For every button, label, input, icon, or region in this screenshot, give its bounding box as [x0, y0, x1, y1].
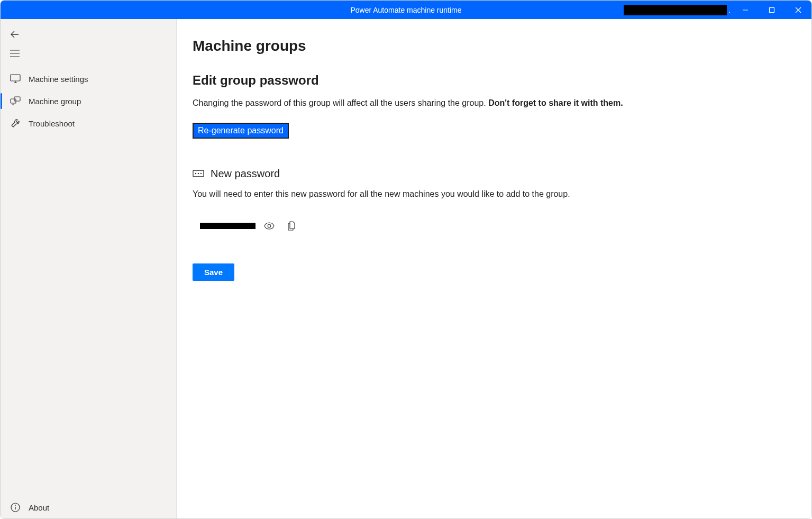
eye-icon: [264, 222, 275, 230]
nav-item-machine-settings[interactable]: Machine settings: [1, 68, 176, 90]
titlebar: Power Automate machine runtime .: [1, 1, 811, 19]
nav-list: Machine settings Machine group Troublesh…: [1, 68, 176, 496]
back-arrow-icon: [10, 30, 20, 39]
new-password-description: You will need to enter this new password…: [193, 189, 796, 199]
section-description: Changing the password of this group will…: [193, 98, 796, 108]
sidebar: Machine settings Machine group Troublesh…: [1, 19, 177, 518]
svg-point-21: [268, 224, 271, 227]
close-icon: [795, 7, 801, 13]
password-value-redacted[interactable]: [200, 223, 256, 229]
svg-point-19: [198, 172, 199, 174]
hamburger-button[interactable]: [1, 44, 176, 62]
main-content: Machine groups Edit group password Chang…: [177, 19, 811, 518]
save-button[interactable]: Save: [193, 263, 234, 281]
new-password-header: New password: [193, 168, 796, 180]
regenerate-password-button[interactable]: Re-generate password: [193, 123, 289, 139]
section-title: Edit group password: [193, 73, 796, 88]
back-button[interactable]: [1, 24, 176, 44]
hamburger-icon: [10, 50, 20, 57]
machine-group-icon: [10, 96, 21, 106]
wrench-icon: [10, 118, 21, 129]
copy-icon: [287, 221, 296, 231]
svg-point-20: [200, 172, 202, 174]
new-password-label: New password: [211, 168, 280, 180]
password-field-row: [200, 217, 796, 234]
svg-rect-1: [770, 7, 774, 12]
nav-label: Machine settings: [29, 75, 88, 84]
minimize-icon: [742, 7, 749, 13]
nav-label: Troubleshoot: [29, 119, 75, 128]
titlebar-user-redacted: [624, 5, 727, 15]
about-label: About: [29, 503, 49, 512]
minimize-button[interactable]: [732, 1, 759, 19]
maximize-button[interactable]: [759, 1, 785, 19]
reveal-password-button[interactable]: [261, 217, 278, 234]
maximize-icon: [769, 7, 775, 13]
nav-label: Machine group: [29, 97, 81, 106]
app-body: Machine settings Machine group Troublesh…: [1, 19, 811, 518]
svg-point-18: [195, 172, 196, 174]
svg-point-15: [15, 505, 16, 506]
nav-item-about[interactable]: About: [1, 496, 176, 518]
desc-bold: Don't forget to share it with them.: [488, 98, 623, 107]
password-dots-icon: [193, 170, 204, 178]
nav-item-troubleshoot[interactable]: Troubleshoot: [1, 112, 176, 134]
page-title: Machine groups: [193, 38, 796, 54]
app-window: Power Automate machine runtime .: [0, 0, 812, 519]
info-icon: [10, 502, 21, 513]
titlebar-dot: .: [728, 6, 731, 14]
monitor-icon: [10, 74, 21, 84]
close-button[interactable]: [785, 1, 811, 19]
titlebar-title: Power Automate machine runtime: [350, 6, 461, 14]
svg-rect-8: [11, 75, 20, 81]
window-controls: [732, 1, 811, 19]
desc-text: Changing the password of this group will…: [193, 98, 488, 107]
copy-password-button[interactable]: [283, 217, 300, 234]
nav-item-machine-group[interactable]: Machine group: [1, 90, 176, 112]
